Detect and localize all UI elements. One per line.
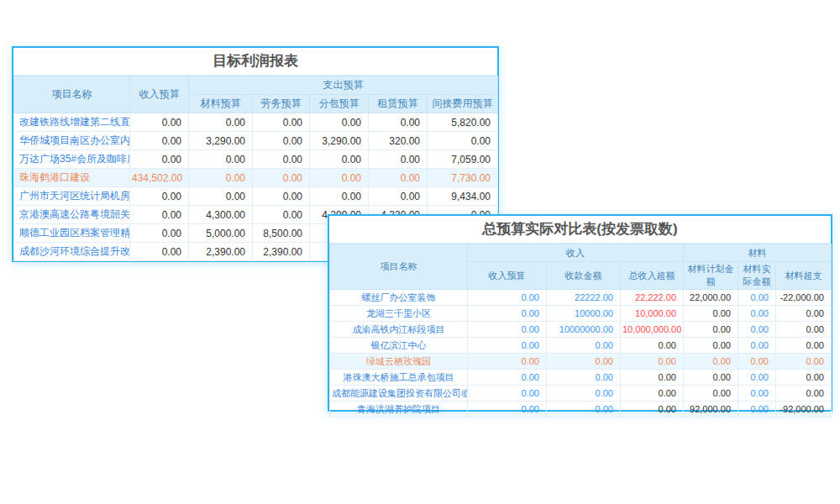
col-header-material-actual-amount: 材料实际金额: [738, 262, 776, 290]
value-cell: 0.00: [310, 169, 369, 187]
value-cell: 0.00: [621, 354, 684, 370]
value-cell: 0.00: [684, 306, 738, 322]
value-cell: 0.00: [468, 402, 547, 417]
col-header-material-planned-amount: 材料计划金额: [684, 262, 738, 290]
project-name-cell: 银亿滨江中心: [330, 338, 468, 354]
value-cell: 9,434.00: [428, 187, 498, 206]
table-row[interactable]: 龙湖三千里小区 0.00 10000.00 10,000.00 0.00 0.0…: [330, 306, 832, 322]
table-row-selected[interactable]: 绿城云栖玫瑰园 0.00 0.00 0.00 0.00 0.00 0.00: [330, 354, 832, 370]
budget-actual-comparison-window: 总预算实际对比表(按发票取数) 项目名称 收入 材料 收入预算 收款金额 总收入…: [328, 214, 832, 412]
value-cell: 10,000,000.00: [621, 322, 684, 338]
table-row[interactable]: 青海洪湖养护院项目 0.00 0.00 0.00 92,000.00 0.00 …: [330, 402, 832, 417]
value-cell: 0.00: [253, 113, 310, 132]
value-cell: 0.00: [738, 386, 776, 402]
table-row[interactable]: 华侨城项目南区办公室内装修工程 0.00 3,290.00 0.00 3,290…: [14, 132, 498, 150]
value-cell: 0.00: [468, 290, 547, 306]
value-cell: 0.00: [310, 113, 369, 132]
value-cell: 0.00: [776, 354, 832, 370]
value-cell: 0.00: [738, 354, 776, 370]
table-row[interactable]: 成渝高铁内江标段项目 0.00 10000000.00 10,000,000.0…: [330, 322, 832, 338]
table-row[interactable]: 改建铁路线增建第二线直通线（成 0.00 0.00 0.00 0.00 0.00…: [14, 113, 498, 132]
col-header-total-income-excess: 总收入超额: [621, 262, 684, 290]
col-header-income-budget: 收入预算: [130, 76, 189, 113]
comparison-table: 项目名称 收入 材料 收入预算 收款金额 总收入超额 材料计划金额 材料实际金额…: [329, 244, 832, 417]
value-cell: 0.00: [621, 402, 684, 417]
value-cell: 0.00: [684, 386, 738, 402]
window-title: 目标利润报表: [13, 48, 497, 76]
value-cell: 0.00: [130, 224, 189, 243]
project-name-cell: 港珠澳大桥施工总承包项目: [330, 370, 468, 386]
value-cell: 0.00: [621, 370, 684, 386]
value-cell: 0.00: [547, 370, 621, 386]
table-row[interactable]: 万达广场35#会所及咖啡厅空调安 0.00 0.00 0.00 0.00 0.0…: [14, 150, 498, 169]
col-header-rental-budget: 租赁预算: [369, 95, 428, 113]
col-header-project-name: 项目名称: [14, 76, 130, 113]
value-cell: 10000.00: [547, 306, 621, 322]
value-cell: 0.00: [468, 322, 547, 338]
col-group-income: 收入: [468, 244, 684, 262]
value-cell: 0.00: [468, 370, 547, 386]
value-cell: 0.00: [428, 132, 498, 150]
col-header-received-amount: 收款金额: [547, 262, 621, 290]
value-cell: 0.00: [738, 402, 776, 417]
value-cell: 22,222.00: [621, 290, 684, 306]
value-cell: 0.00: [547, 354, 621, 370]
table-row-selected[interactable]: 珠海鹤港口建设 434,502.00 0.00 0.00 0.00 0.00 7…: [14, 169, 498, 187]
project-name-cell: 广州市天河区统计局机房改造项目: [14, 187, 130, 206]
value-cell: 22222.00: [547, 290, 621, 306]
value-cell: 0.00: [369, 113, 428, 132]
col-header-material-budget: 材料预算: [189, 95, 253, 113]
value-cell: 320.00: [369, 132, 428, 150]
table-row[interactable]: 银亿滨江中心 0.00 0.00 0.00 0.00 0.00 0.00: [330, 338, 832, 354]
value-cell: 0.00: [189, 150, 253, 169]
value-cell: 0.00: [253, 206, 310, 224]
value-cell: 0.00: [253, 150, 310, 169]
value-cell: 2,390.00: [189, 243, 253, 261]
project-name-cell: 龙湖三千里小区: [330, 306, 468, 322]
value-cell: 434,502.00: [130, 169, 189, 187]
value-cell: 0.00: [130, 132, 189, 150]
value-cell: 0.00: [547, 402, 621, 417]
project-name-cell: 成都能源建设集团投资有限公司临时办公场所装修: [330, 386, 468, 402]
col-header-project-name: 项目名称: [330, 244, 468, 290]
value-cell: 0.00: [684, 354, 738, 370]
value-cell: 0.00: [468, 354, 547, 370]
value-cell: 0.00: [253, 132, 310, 150]
value-cell: 0.00: [684, 338, 738, 354]
value-cell: 10,000.00: [621, 306, 684, 322]
value-cell: 0.00: [189, 187, 253, 206]
value-cell: 3,290.00: [310, 132, 369, 150]
value-cell: 10000000.00: [547, 322, 621, 338]
table-row[interactable]: 港珠澳大桥施工总承包项目 0.00 0.00 0.00 0.00 0.00 0.…: [330, 370, 832, 386]
col-header-subcontract-budget: 分包预算: [310, 95, 369, 113]
value-cell: 0.00: [130, 243, 189, 261]
value-cell: 3,290.00: [189, 132, 253, 150]
project-name-cell: 华侨城项目南区办公室内装修工程: [14, 132, 130, 150]
table-row[interactable]: 广州市天河区统计局机房改造项目 0.00 0.00 0.00 0.00 0.00…: [14, 187, 498, 206]
value-cell: 0.00: [468, 306, 547, 322]
value-cell: -92,000.00: [776, 402, 832, 417]
value-cell: 0.00: [130, 206, 189, 224]
value-cell: 0.00: [189, 169, 253, 187]
project-name-cell: 青海洪湖养护院项目: [330, 402, 468, 417]
value-cell: 7,730.00: [428, 169, 498, 187]
project-name-cell: 成渝高铁内江标段项目: [330, 322, 468, 338]
col-header-income-budget: 收入预算: [468, 262, 547, 290]
value-cell: 0.00: [310, 187, 369, 206]
value-cell: 0.00: [684, 370, 738, 386]
col-header-labor-budget: 劳务预算: [253, 95, 310, 113]
value-cell: -22,000.00: [776, 290, 832, 306]
col-group-material: 材料: [684, 244, 832, 262]
project-name-cell: 改建铁路线增建第二线直通线（成: [14, 113, 130, 132]
project-name-cell: 京港澳高速公路粤境韶关至广州互: [14, 206, 130, 224]
project-name-cell: 螺丝厂办公室装饰: [330, 290, 468, 306]
table-row[interactable]: 成都能源建设集团投资有限公司临时办公场所装修 0.00 0.00 0.00 0.…: [330, 386, 832, 402]
table-row[interactable]: 螺丝厂办公室装饰 0.00 22222.00 22,222.00 22,000.…: [330, 290, 832, 306]
value-cell: 2,390.00: [253, 243, 310, 261]
col-header-material-overspend: 材料超支: [776, 262, 832, 290]
value-cell: 22,000.00: [684, 290, 738, 306]
project-name-cell: 顺德工业园区档案管理精装饰工程: [14, 224, 130, 243]
value-cell: 7,059.00: [428, 150, 498, 169]
value-cell: 92,000.00: [684, 402, 738, 417]
project-name-cell: 万达广场35#会所及咖啡厅空调安: [14, 150, 130, 169]
